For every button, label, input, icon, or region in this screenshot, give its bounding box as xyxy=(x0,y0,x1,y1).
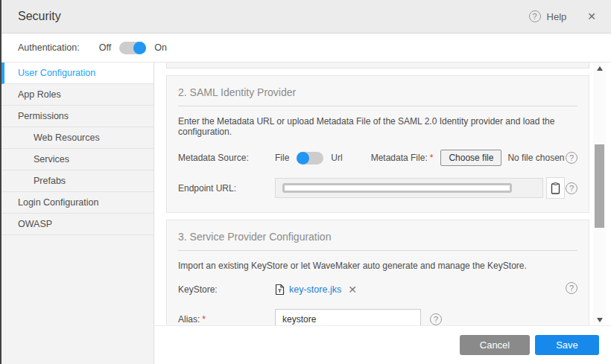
alias-help-icon[interactable]: ? xyxy=(430,313,442,325)
dialog-body: User Configuration App Roles Permissions… xyxy=(1,63,611,364)
metadata-source-toggle[interactable] xyxy=(297,152,323,165)
alias-label: Alias:* xyxy=(178,314,275,325)
metadata-source-label: Metadata Source: xyxy=(178,153,275,163)
scroll-down-button[interactable] xyxy=(593,314,606,325)
auth-on-label: On xyxy=(154,42,167,53)
scroll-up-button[interactable] xyxy=(593,63,606,74)
sidebar-item-owasp[interactable]: OWASP xyxy=(1,214,153,235)
file-chosen-status: No file chosen xyxy=(507,153,564,163)
redacted-value xyxy=(282,183,512,193)
header-actions: ? Help ✕ xyxy=(529,10,596,22)
sidebar-item-services[interactable]: Services xyxy=(1,149,153,170)
save-button[interactable]: Save xyxy=(535,335,599,355)
endpoint-url-row: Endpoint URL: ? xyxy=(178,177,577,199)
file-icon xyxy=(275,284,285,296)
keystore-file-chip: key-store.jks ✕ xyxy=(275,284,357,296)
sidebar: User Configuration App Roles Permissions… xyxy=(1,63,154,364)
section-title: 3. Service Provider Configuration xyxy=(178,226,577,251)
dialog-footer: Cancel Save xyxy=(154,325,611,364)
endpoint-url-input[interactable] xyxy=(275,178,543,198)
sidebar-item-prefabs[interactable]: Prefabs xyxy=(1,170,153,192)
close-icon[interactable]: ✕ xyxy=(587,10,596,22)
sidebar-item-user-configuration[interactable]: User Configuration xyxy=(1,63,153,84)
remove-keystore-icon[interactable]: ✕ xyxy=(348,284,357,296)
url-option-label: Url xyxy=(331,153,342,163)
metadata-help-icon[interactable]: ? xyxy=(566,152,577,164)
dialog-header: Security ? Help ✕ xyxy=(1,0,611,33)
page-title: Security xyxy=(18,10,61,23)
saml-identity-provider-section: 2. SAML Identity Provider Enter the Meta… xyxy=(166,75,589,213)
required-asterisk: * xyxy=(202,314,206,325)
authentication-toggle[interactable] xyxy=(119,42,146,54)
alias-input[interactable] xyxy=(275,309,421,325)
toggle-knob xyxy=(297,152,309,165)
endpoint-help-icon[interactable]: ? xyxy=(566,182,577,194)
alias-row: Alias:* ? xyxy=(178,309,577,325)
required-asterisk: * xyxy=(430,153,434,163)
keystore-label: KeyStore: xyxy=(178,284,275,295)
authentication-label: Authentication: xyxy=(18,42,80,53)
security-dialog: Security ? Help ✕ Authentication: Off On… xyxy=(0,0,611,364)
help-link[interactable]: Help xyxy=(547,11,567,22)
vertical-scrollbar xyxy=(593,63,606,325)
clipboard-icon xyxy=(551,182,560,194)
previous-section-edge xyxy=(166,63,589,68)
cancel-button[interactable]: Cancel xyxy=(460,335,530,355)
help-icon[interactable]: ? xyxy=(529,10,541,22)
keystore-file-link[interactable]: key-store.jks xyxy=(289,284,341,295)
toggle-knob xyxy=(133,42,146,54)
metadata-source-row: Metadata Source: File Url Metadata File:… xyxy=(178,150,577,166)
metadata-file-label: Metadata File:* xyxy=(371,153,434,163)
choose-file-button[interactable]: Choose file xyxy=(440,150,501,166)
scrollbar-thumb[interactable] xyxy=(595,144,604,228)
endpoint-url-label: Endpoint URL: xyxy=(178,183,275,194)
copy-button[interactable] xyxy=(546,177,565,199)
arrow-up-icon xyxy=(597,66,603,71)
content-area: 2. SAML Identity Provider Enter the Meta… xyxy=(154,63,611,364)
section-description: Enter the Metadata URL or upload Metadat… xyxy=(178,116,577,137)
scroll-area: 2. SAML Identity Provider Enter the Meta… xyxy=(154,63,592,325)
keystore-row: KeyStore: key-store.jks ✕ ? xyxy=(178,284,577,296)
sidebar-item-web-resources[interactable]: Web Resources xyxy=(1,127,153,149)
scrollbar-track[interactable] xyxy=(593,74,606,314)
sidebar-item-permissions[interactable]: Permissions xyxy=(1,106,153,127)
section-title: 2. SAML Identity Provider xyxy=(178,82,577,106)
keystore-help-icon[interactable]: ? xyxy=(566,282,577,294)
service-provider-configuration-section: 3. Service Provider Configuration Import… xyxy=(166,220,589,325)
auth-off-label: Off xyxy=(99,42,111,53)
section-description: Import an existing KeyStore or let WaveM… xyxy=(178,261,577,271)
sidebar-item-app-roles[interactable]: App Roles xyxy=(1,84,153,106)
arrow-down-icon xyxy=(597,318,603,322)
file-option-label: File xyxy=(275,153,289,163)
authentication-row: Authentication: Off On xyxy=(1,33,611,63)
sidebar-item-login-configuration[interactable]: Login Configuration xyxy=(1,192,153,214)
